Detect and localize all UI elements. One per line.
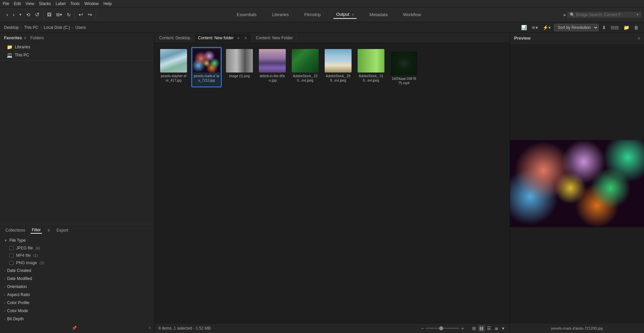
export-tab[interactable]: Export	[55, 227, 70, 233]
breadcrumb-users[interactable]: Users	[75, 25, 86, 30]
delete-btn[interactable]: 🗑	[633, 24, 640, 31]
rotate-left-button[interactable]: ↺	[33, 10, 41, 19]
jpeg-checkbox[interactable]	[9, 246, 13, 250]
menu-stacks[interactable]: Stacks	[39, 1, 51, 6]
tab-output[interactable]: Output ≡	[333, 10, 357, 19]
filter-content: ▼ File Type JPEG file (6) MP4 file (1) P…	[0, 235, 154, 324]
file-item-5[interactable]: AdobeStock_ 230...evi.jpeg	[290, 47, 320, 87]
file-item-8[interactable]: 1bf34aae-048 f975.mp4	[389, 50, 419, 87]
get-photos-button[interactable]: 🖼	[45, 11, 53, 18]
jpeg-count: (6)	[36, 246, 40, 250]
menu-tools[interactable]: Tools	[70, 1, 80, 6]
filter-png[interactable]: PNG image (1)	[0, 259, 154, 267]
filter-btn[interactable]: ⚡▾	[541, 24, 552, 31]
thumbnail-3	[226, 49, 253, 73]
favorites-menu-icon[interactable]: ≡	[24, 36, 26, 40]
breadcrumb-local-disk[interactable]: Local Disk (C:)	[44, 25, 70, 30]
file-item-3[interactable]: image (1).png	[224, 47, 255, 87]
tab-content-new-folder2[interactable]: Content: New Folder	[252, 34, 296, 42]
mp4-checkbox[interactable]	[9, 253, 13, 257]
color-mode-header[interactable]: › Color Mode	[0, 307, 154, 315]
aspect-ratio-label: Aspect Ratio	[7, 292, 30, 297]
color-profile-header[interactable]: › Color Profile	[0, 299, 154, 307]
bit-depth-header[interactable]: › Bit Depth	[0, 315, 154, 323]
close-panel-icon[interactable]: ✕	[148, 326, 151, 330]
fav-this-pc[interactable]: 💻 This PC	[0, 51, 154, 59]
orientation-header[interactable]: › Orientation	[0, 283, 154, 291]
menu-edit[interactable]: Edit	[14, 1, 21, 6]
folder-view-btn[interactable]: ⊟⊟	[609, 24, 620, 31]
menu-window[interactable]: Window	[84, 1, 99, 6]
stack-button[interactable]: ⊞▾	[54, 11, 64, 18]
undo-button[interactable]: ↩	[77, 10, 85, 19]
folders-tab[interactable]: Folders	[28, 35, 46, 41]
zoom-track[interactable]	[426, 328, 459, 329]
preview-header: Preview ≡	[510, 33, 644, 44]
output-menu-icon[interactable]: ≡	[352, 12, 354, 16]
chart-icon-btn[interactable]: 📊	[520, 24, 528, 31]
filter-menu-btn[interactable]: ≡	[46, 227, 51, 233]
zoom-in-btn[interactable]: +	[461, 326, 464, 331]
menu-help[interactable]: Help	[103, 1, 112, 6]
date-modified-header[interactable]: › Date Modified	[0, 275, 154, 283]
filter-tab[interactable]: Filter	[31, 227, 42, 234]
history-button[interactable]: ⟲	[25, 11, 32, 19]
date-created-header[interactable]: › Date Created	[0, 267, 154, 275]
thumbnail-8	[390, 52, 417, 75]
preview-menu-icon[interactable]: ≡	[638, 36, 640, 41]
tab-metadata[interactable]: Metadata	[367, 11, 390, 18]
pin-icon[interactable]: 📌	[72, 326, 77, 330]
file-item-4[interactable]: airbnb-in-the-90s-u.jpg	[257, 47, 287, 87]
view-detail-btn[interactable]: ≣	[493, 325, 500, 332]
tab-workflow[interactable]: Workflow	[401, 11, 424, 18]
preview-image-area	[510, 44, 644, 324]
file-type-header[interactable]: ▼ File Type	[0, 236, 154, 244]
tab-content-new-folder[interactable]: Content: New folder + ≡	[195, 34, 252, 42]
search-icon: 🔍	[570, 12, 575, 17]
search-dropdown-icon[interactable]: ▾	[637, 12, 639, 17]
file-item-6[interactable]: AdobeStock_ 299...evi.jpeg	[323, 47, 353, 87]
filter-mp4[interactable]: MP4 file (1)	[0, 252, 154, 259]
view-list-btn[interactable]: ☰	[486, 325, 493, 332]
menu-file[interactable]: File	[3, 1, 9, 6]
file-item-1[interactable]: pexels-stayher efor_417.jpg	[158, 47, 189, 87]
tab-menu-icon[interactable]: ≡	[243, 36, 248, 40]
aspect-ratio-header[interactable]: › Aspect Ratio	[0, 291, 154, 299]
filter-jpeg[interactable]: JPEG file (6)	[0, 244, 154, 252]
tab-libraries[interactable]: Libraries	[269, 11, 291, 18]
thumbnail-6	[325, 49, 352, 73]
redo-button[interactable]: ↪	[86, 10, 94, 19]
file-item-7[interactable]: AdobeStock_ 316...evi.jpeg	[356, 47, 386, 87]
file-item-2[interactable]: pexels-mark-d 'aiu_7212.jpg	[191, 47, 222, 87]
menu-label[interactable]: Label	[56, 1, 65, 6]
menu-view[interactable]: View	[26, 1, 34, 6]
libraries-label: Libraries	[15, 45, 30, 49]
tab-filmstrip[interactable]: Filmstrip	[302, 11, 323, 18]
new-folder-btn[interactable]: 📁	[622, 24, 631, 31]
tab-add-icon[interactable]: +	[236, 35, 241, 41]
view-dropdown-btn[interactable]: ▾	[501, 325, 506, 332]
back-button[interactable]: ‹	[5, 10, 10, 19]
filename-7: AdobeStock_ 316...evi.jpeg	[358, 74, 384, 83]
view-grid-large-btn[interactable]: ⊞	[471, 325, 477, 332]
panel-bottom: 📌 ✕	[0, 324, 154, 332]
nav-dropdown-button[interactable]: ▾	[18, 11, 23, 18]
tab-content-desktop[interactable]: Content: Desktop	[156, 34, 194, 42]
view-toggle-btn[interactable]: ≋▾	[530, 24, 539, 31]
collections-tab[interactable]: Collections	[4, 227, 27, 233]
more-button[interactable]: »	[562, 12, 567, 17]
fav-libraries[interactable]: 📁 Libraries	[0, 43, 154, 51]
sort-dropdown[interactable]: Sort by Resolution Sort by Name Sort by …	[554, 24, 599, 31]
forward-button[interactable]: ›	[11, 10, 16, 19]
thumbnail-2	[193, 49, 220, 73]
png-checkbox[interactable]	[9, 261, 13, 265]
tab-essentials[interactable]: Essentials	[234, 11, 259, 18]
refresh-button[interactable]: ↻	[65, 11, 73, 19]
breadcrumb-bar: Desktop › This PC › Local Disk (C:) › Us…	[0, 22, 644, 33]
zoom-out-btn[interactable]: −	[421, 326, 424, 331]
breadcrumb-desktop[interactable]: Desktop	[4, 25, 19, 30]
search-input[interactable]	[576, 12, 637, 17]
view-grid-small-btn[interactable]: ⊟	[478, 325, 485, 332]
breadcrumb-this-pc[interactable]: This PC	[24, 25, 39, 30]
download-btn[interactable]: ⬇	[601, 24, 607, 31]
